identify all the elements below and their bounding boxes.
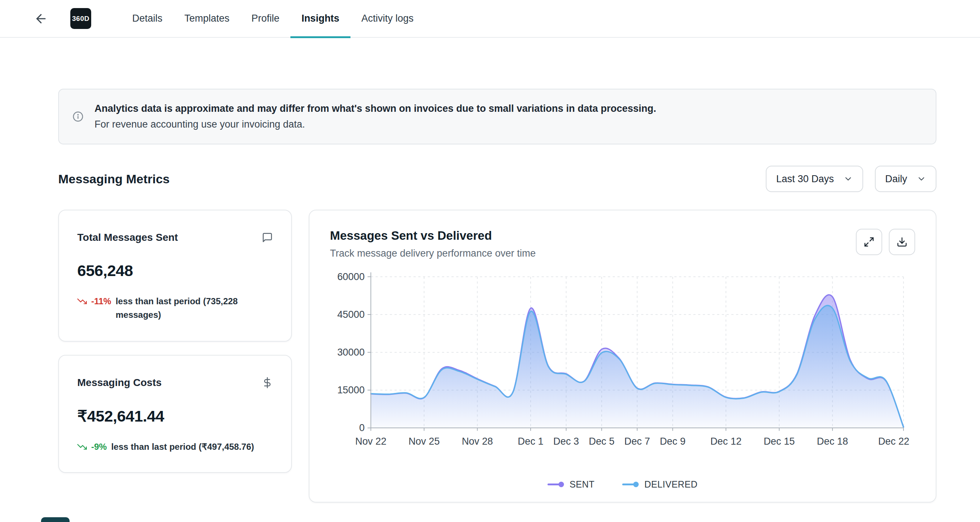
messages-area-chart[interactable]: 015000300004500060000Nov 22Nov 25Nov 28D… <box>330 268 915 477</box>
svg-text:60000: 60000 <box>337 271 365 282</box>
svg-text:Dec 18: Dec 18 <box>817 436 848 447</box>
granularity-value: Daily <box>885 173 907 185</box>
date-range-value: Last 30 Days <box>776 173 834 185</box>
svg-text:Dec 9: Dec 9 <box>660 436 686 447</box>
legend-item-sent[interactable]: SENT <box>547 479 594 490</box>
sent-series-swatch <box>547 482 563 487</box>
tab-details-label: Details <box>132 13 162 24</box>
tab-insights[interactable]: Insights <box>290 0 350 37</box>
total-messages-value: 656,248 <box>77 262 273 280</box>
svg-text:Nov 28: Nov 28 <box>462 436 493 447</box>
granularity-dropdown[interactable]: Daily <box>875 166 936 192</box>
chevron-down-icon <box>916 174 926 184</box>
svg-text:30000: 30000 <box>337 347 365 358</box>
svg-text:Dec 1: Dec 1 <box>518 436 544 447</box>
trend-indicator: -9% less than last period (₹497,458.76) <box>77 440 273 453</box>
trending-down-icon <box>77 442 87 452</box>
svg-text:Dec 12: Dec 12 <box>711 436 741 447</box>
download-icon <box>897 236 907 247</box>
banner-line-2: For revenue accounting use your invoicin… <box>94 117 656 132</box>
analytics-info-banner: Analytics data is approximate and may di… <box>58 89 936 144</box>
tab-details[interactable]: Details <box>121 0 173 37</box>
svg-text:15000: 15000 <box>337 385 365 396</box>
legend-label-delivered: DELIVERED <box>644 479 697 490</box>
svg-text:Dec 7: Dec 7 <box>624 436 650 447</box>
tab-templates[interactable]: Templates <box>173 0 240 37</box>
chat-bubble-icon <box>262 232 273 243</box>
expand-chart-button[interactable] <box>856 229 882 255</box>
chart-title: Messages Sent vs Delivered <box>330 229 915 243</box>
svg-text:Dec 3: Dec 3 <box>554 436 579 447</box>
chart-legend: SENT DELIVERED <box>330 479 915 490</box>
legend-item-delivered[interactable]: DELIVERED <box>622 479 697 490</box>
trend-text: less than last period (735,228 messages) <box>116 294 255 321</box>
app-logo: 360D <box>70 8 91 29</box>
messaging-costs-card: Messaging Costs ₹452,641.44 -9% less tha… <box>58 355 292 473</box>
tab-activity-logs-label: Activity logs <box>361 13 414 24</box>
tab-templates-label: Templates <box>185 13 230 24</box>
section-title: Messaging Metrics <box>58 172 170 186</box>
trend-indicator: -11% less than last period (735,228 mess… <box>77 294 273 321</box>
svg-text:45000: 45000 <box>337 309 365 320</box>
trend-percent: -9% <box>91 440 107 453</box>
arrow-left-icon <box>34 12 48 26</box>
banner-line-1: Analytics data is approximate and may di… <box>94 101 656 117</box>
chart-subtitle: Track message delivery performance over … <box>330 248 915 259</box>
back-button[interactable] <box>33 11 49 27</box>
tab-activity-logs[interactable]: Activity logs <box>350 0 425 37</box>
metrics-header: Messaging Metrics Last 30 Days Daily <box>58 166 936 192</box>
total-messages-card: Total Messages Sent 656,248 -11% less th… <box>58 210 292 342</box>
chart-actions <box>856 229 915 255</box>
banner-text: Analytics data is approximate and may di… <box>94 101 656 132</box>
download-chart-button[interactable] <box>889 229 915 255</box>
chart-card: Messages Sent vs Delivered Track message… <box>309 210 936 503</box>
tab-profile[interactable]: Profile <box>240 0 291 37</box>
card-title: Messaging Costs <box>77 377 162 389</box>
info-icon <box>73 111 83 122</box>
svg-text:Nov 22: Nov 22 <box>355 436 387 447</box>
svg-text:Dec 15: Dec 15 <box>764 436 795 447</box>
date-range-dropdown[interactable]: Last 30 Days <box>766 166 863 192</box>
chat-widget-fragment[interactable] <box>41 517 70 522</box>
filter-controls: Last 30 Days Daily <box>766 166 936 192</box>
chevron-down-icon <box>843 174 853 184</box>
trend-percent: -11% <box>91 294 111 308</box>
dollar-icon <box>262 377 273 388</box>
card-title: Total Messages Sent <box>77 231 178 243</box>
expand-icon <box>864 236 875 247</box>
top-nav: 360D Details Templates Profile Insights … <box>0 0 980 38</box>
stat-cards-column: Total Messages Sent 656,248 -11% less th… <box>58 210 292 473</box>
svg-text:Nov 25: Nov 25 <box>408 436 439 447</box>
trending-down-icon <box>77 297 87 306</box>
messaging-costs-value: ₹452,641.44 <box>77 407 273 425</box>
metrics-content: Total Messages Sent 656,248 -11% less th… <box>58 210 936 503</box>
nav-tabs: Details Templates Profile Insights Activ… <box>121 0 425 37</box>
svg-text:0: 0 <box>359 422 365 433</box>
tab-insights-label: Insights <box>301 13 339 24</box>
delivered-series-swatch <box>622 482 638 487</box>
tab-profile-label: Profile <box>251 13 280 24</box>
svg-text:Dec 22: Dec 22 <box>878 436 909 447</box>
page-content: Analytics data is approximate and may di… <box>0 89 980 503</box>
trend-text: less than last period (₹497,458.76) <box>111 440 254 453</box>
legend-label-sent: SENT <box>570 479 594 490</box>
svg-text:Dec 5: Dec 5 <box>589 436 614 447</box>
